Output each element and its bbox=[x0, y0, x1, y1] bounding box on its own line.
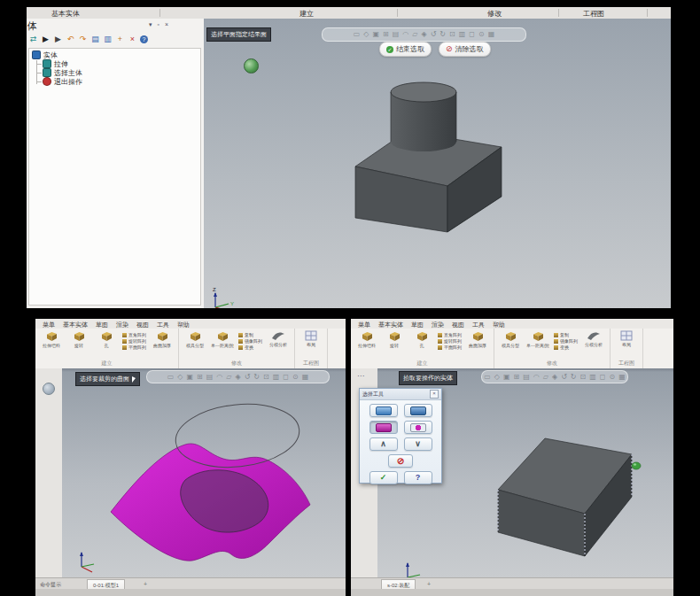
finish-selection-button[interactable]: ✓ 结束选取 bbox=[379, 42, 432, 57]
ribbon-tab-1[interactable]: 基本实体 bbox=[51, 9, 80, 19]
ribbon-small-button[interactable]: 直角阵列 bbox=[438, 332, 462, 337]
toolbar-icon[interactable]: ▭ bbox=[354, 31, 361, 38]
pin-icon[interactable]: ▫ bbox=[158, 21, 159, 28]
toolbar-icon[interactable]: ▣ bbox=[187, 374, 194, 381]
toolbar-icon[interactable]: ↺ bbox=[431, 31, 437, 38]
toolbar-icon[interactable]: ▱ bbox=[543, 374, 548, 381]
toolbar-icon[interactable]: ◻ bbox=[283, 374, 289, 381]
toolbar-icon[interactable]: ⊡ bbox=[449, 31, 455, 38]
tree-item-1[interactable]: 拉伸 bbox=[43, 59, 198, 68]
toolbar-icon[interactable]: ▥ bbox=[459, 31, 466, 38]
ribbon-button[interactable]: 曲面加厚 bbox=[466, 330, 489, 348]
extrude-model[interactable] bbox=[310, 81, 541, 249]
ribbon-small-button[interactable]: 旋转阵列 bbox=[438, 338, 462, 344]
dialog-title-bar[interactable]: 选择工具 × bbox=[360, 389, 441, 400]
ribbon-small-button[interactable]: 镜像阵列 bbox=[238, 338, 262, 344]
ribbon-small-button[interactable]: 平面阵列 bbox=[122, 344, 146, 350]
pick-add-face-button[interactable] bbox=[369, 404, 398, 417]
toolbar-icon[interactable]: ↺ bbox=[245, 374, 251, 381]
ribbon-small-button[interactable]: 复制 bbox=[238, 332, 262, 337]
tree-item-2[interactable]: 选择主体 bbox=[43, 68, 198, 77]
ribbon-small-button[interactable]: 直角阵列 bbox=[122, 332, 146, 337]
ribbon-button[interactable]: 曲面加厚 bbox=[151, 330, 174, 348]
collapse-icon[interactable]: ▾ bbox=[149, 21, 152, 28]
viewport-surface-trim[interactable]: 选择要裁剪的曲面 ▭◇▣⊞▤◠▱◈↺↻⊡▥◻⊙▦ bbox=[62, 368, 346, 577]
toolbar-icon[interactable]: ▱ bbox=[412, 31, 417, 38]
select-add-icon[interactable]: ▶ bbox=[53, 35, 63, 43]
toolbar-icon[interactable]: ↻ bbox=[439, 31, 446, 38]
rotation-center-sphere-icon[interactable] bbox=[244, 58, 259, 74]
filter-grid-icon[interactable]: ▥ bbox=[103, 35, 113, 43]
toolbar-icon[interactable]: ◠ bbox=[216, 374, 222, 381]
viewport-main[interactable]: 选择平面指定结果面 ▭◇▣⊞▤◠▱◈↺↻⊡▥◻⊙▦ ✓ 结束选取 ⊘ 清除选取 bbox=[204, 19, 671, 308]
filter-list-icon[interactable]: ▤ bbox=[90, 35, 100, 43]
toolbar-icon[interactable]: ⊡ bbox=[263, 374, 269, 381]
toolbar-icon[interactable]: ◈ bbox=[235, 374, 240, 381]
toolbar-icon[interactable]: ▭ bbox=[167, 374, 175, 381]
toolbar-icon[interactable]: ▤ bbox=[206, 374, 214, 381]
ribbon-button[interactable]: 布局 bbox=[299, 330, 323, 347]
ribbon-button[interactable]: 模具分型 bbox=[183, 330, 206, 348]
toolbar-icon[interactable]: ▤ bbox=[523, 374, 530, 381]
add-tab-button[interactable]: + bbox=[144, 581, 147, 587]
undo-icon[interactable]: ↶ bbox=[66, 35, 75, 43]
ribbon-tab-4[interactable]: 工程图 bbox=[583, 9, 604, 19]
selected-box-model[interactable] bbox=[487, 425, 656, 562]
toolbar-icon[interactable]: ◻ bbox=[469, 31, 475, 38]
toolbar-icon[interactable]: ◇ bbox=[363, 31, 369, 38]
tree-item-3[interactable]: 退出操作 bbox=[43, 77, 198, 86]
redo-icon[interactable]: ↷ bbox=[78, 35, 88, 43]
ribbon-button[interactable]: 孔 bbox=[410, 330, 433, 348]
ribbon-small-button[interactable]: 平面阵列 bbox=[438, 344, 462, 350]
close-icon[interactable]: × bbox=[165, 21, 168, 28]
toolbar-icon[interactable]: ▦ bbox=[618, 374, 626, 381]
ribbon-small-button[interactable]: 变换 bbox=[238, 344, 262, 350]
pick-add-body-button[interactable] bbox=[404, 404, 432, 417]
tree-root[interactable]: 实体 bbox=[32, 50, 198, 59]
toolbar-icon[interactable]: ↺ bbox=[561, 374, 567, 381]
ribbon-button[interactable]: 单一距离倒角 bbox=[526, 330, 549, 348]
ribbon-button[interactable]: 旋转 bbox=[67, 330, 90, 348]
toolbar-icon[interactable]: ▦ bbox=[302, 374, 309, 381]
cancel-pick-button[interactable]: ⊘ bbox=[388, 454, 413, 468]
surface-trim-model[interactable] bbox=[102, 399, 315, 576]
delete-icon[interactable]: × bbox=[128, 35, 137, 43]
ribbon-button[interactable]: 拉伸增料 bbox=[40, 330, 63, 348]
ribbon-small-button[interactable]: 复制 bbox=[554, 332, 578, 337]
ribbon-button[interactable]: 分模分析 bbox=[582, 330, 605, 347]
ribbon-small-button[interactable]: 变换 bbox=[554, 344, 578, 350]
toolbar-icon[interactable]: ◇ bbox=[494, 374, 500, 381]
toolbar-icon[interactable]: ⊡ bbox=[580, 374, 587, 381]
help-button[interactable]: ? bbox=[404, 471, 432, 484]
toolbar-icon[interactable]: ▱ bbox=[226, 374, 231, 381]
toolbar-icon[interactable]: ⊙ bbox=[478, 31, 485, 38]
toolbar-icon[interactable]: ↻ bbox=[571, 374, 577, 381]
toolbar-icon[interactable]: ◈ bbox=[421, 31, 426, 38]
toolbar-icon[interactable]: ◈ bbox=[552, 374, 557, 381]
toolbar-icon[interactable]: ⊞ bbox=[197, 374, 203, 381]
toolbar-icon[interactable]: ◻ bbox=[600, 374, 606, 381]
add-tab-button[interactable]: + bbox=[427, 581, 431, 587]
ribbon-button[interactable]: 拉伸增料 bbox=[355, 330, 378, 348]
overflow-dots-icon[interactable]: ⋯ bbox=[357, 372, 364, 380]
select-arrow-icon[interactable]: ▶ bbox=[41, 35, 51, 43]
toolbar-icon[interactable]: ▥ bbox=[589, 374, 596, 381]
add-icon[interactable]: + bbox=[115, 35, 125, 43]
toolbar-icon[interactable]: ▣ bbox=[503, 374, 510, 381]
ribbon-tab-2[interactable]: 建立 bbox=[299, 9, 314, 19]
toolbar-icon[interactable]: ▦ bbox=[488, 31, 495, 38]
toolbar-icon[interactable]: ⊙ bbox=[292, 374, 299, 381]
toolbar-icon[interactable]: ▣ bbox=[373, 31, 380, 38]
toolbar-icon[interactable]: ▥ bbox=[273, 374, 280, 381]
apply-button[interactable]: ∨ bbox=[404, 437, 432, 451]
view-mode-icon[interactable] bbox=[43, 383, 55, 395]
toolbar-icon[interactable]: ⊞ bbox=[514, 374, 520, 381]
pan-select-icon[interactable]: ⇄ bbox=[28, 35, 38, 43]
toolbar-icon[interactable]: ▤ bbox=[393, 31, 400, 38]
close-icon[interactable]: × bbox=[430, 390, 439, 399]
toolbar-icon[interactable]: ▭ bbox=[484, 374, 491, 381]
toolbar-icon[interactable]: ⊙ bbox=[609, 374, 615, 381]
toolbar-icon[interactable]: ◇ bbox=[177, 374, 183, 381]
help-icon[interactable]: ? bbox=[140, 35, 148, 43]
toolbar-icon[interactable]: ◠ bbox=[533, 374, 540, 381]
